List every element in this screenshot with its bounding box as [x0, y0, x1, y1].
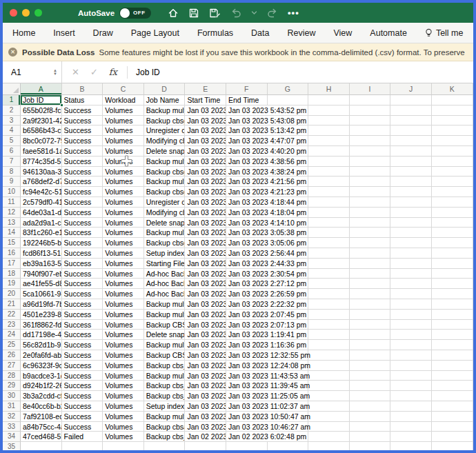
cell-H21[interactable]: [308, 299, 350, 310]
cell-I20[interactable]: [350, 289, 391, 299]
row-header-33[interactable]: 33: [3, 422, 21, 432]
row-header-11[interactable]: 11: [3, 197, 21, 208]
cell-F33[interactable]: Jan 03 2023 10:46:27 am: [226, 422, 268, 432]
row-header-15[interactable]: 15: [3, 238, 21, 248]
insert-function-icon[interactable]: fx: [109, 67, 117, 77]
cell-H14[interactable]: [308, 228, 350, 238]
column-header-K[interactable]: K: [432, 83, 473, 95]
cell-E25[interactable]: Jan 03 2023: [185, 340, 226, 350]
cell-H16[interactable]: [308, 248, 350, 259]
cell-A15[interactable]: 192246b5-ba: [21, 238, 62, 248]
cell-J34[interactable]: [390, 432, 432, 442]
cell-C25[interactable]: Volumes: [103, 340, 144, 350]
cell-B11[interactable]: Success: [62, 197, 103, 208]
cell-C29[interactable]: Volumes: [103, 381, 144, 391]
row-header-32[interactable]: 32: [3, 412, 21, 422]
cell-B16[interactable]: Success: [62, 248, 103, 259]
cell-F15[interactable]: Jan 03 2023 3:05:06 pm: [226, 238, 268, 248]
cell-A7[interactable]: 8774c35d-57: [21, 157, 62, 167]
column-header-G[interactable]: G: [268, 83, 309, 95]
cell-B19[interactable]: Success: [62, 279, 103, 289]
cell-H7[interactable]: [308, 157, 350, 167]
cell-F4[interactable]: Jan 03 2023 5:13:42 pm: [226, 125, 268, 136]
column-header-H[interactable]: H: [308, 83, 350, 95]
column-header-A[interactable]: A: [21, 83, 62, 95]
cell-F1[interactable]: End Time: [226, 95, 268, 105]
cell-A25[interactable]: 56c82d1b-93: [21, 340, 62, 350]
cell-A29[interactable]: d924b1f2-26: [21, 381, 62, 391]
cell-D1[interactable]: Job Name: [144, 95, 186, 105]
cell-C22[interactable]: Volumes: [103, 310, 144, 320]
cell-C33[interactable]: Volumes: [103, 422, 144, 432]
cell-H34[interactable]: [308, 432, 350, 442]
cell-J30[interactable]: [390, 391, 432, 401]
cell-F8[interactable]: Jan 03 2023 4:38:24 pm: [226, 167, 268, 177]
cell-A20[interactable]: 5ca10661-94: [21, 289, 62, 299]
cell-F23[interactable]: Jan 03 2023 2:07:13 pm: [226, 320, 268, 330]
cell-H35[interactable]: [308, 442, 350, 450]
cell-F20[interactable]: Jan 03 2023 2:26:59 pm: [226, 289, 268, 299]
cell-D26[interactable]: Backup CBS_: [144, 350, 186, 361]
cell-D15[interactable]: Backup cbsg: [144, 238, 186, 248]
cell-E24[interactable]: Jan 03 2023: [185, 330, 226, 340]
cell-D2[interactable]: Backup mult: [144, 105, 186, 116]
cell-K1[interactable]: [432, 95, 473, 105]
cell-H17[interactable]: [308, 259, 350, 269]
cell-J25[interactable]: [390, 340, 432, 350]
cell-F5[interactable]: Jan 03 2023 4:47:07 pm: [226, 136, 268, 146]
cell-A34[interactable]: 47ced468-55: [21, 432, 62, 442]
cell-B9[interactable]: Success: [62, 177, 103, 187]
cell-B10[interactable]: Success: [62, 187, 103, 197]
cell-E5[interactable]: Jan 03 2023: [185, 136, 226, 146]
cell-D4[interactable]: Unregister cl: [144, 125, 186, 136]
cell-E3[interactable]: Jan 03 2023: [185, 116, 226, 126]
cell-H32[interactable]: [308, 412, 350, 422]
cell-K3[interactable]: [432, 116, 473, 126]
row-header-20[interactable]: 20: [3, 289, 21, 299]
cell-C12[interactable]: Volumes: [103, 208, 144, 218]
cell-B35[interactable]: [62, 442, 103, 450]
row-header-35[interactable]: 35: [3, 442, 21, 450]
cell-K26[interactable]: [432, 350, 473, 361]
cell-B1[interactable]: Status: [62, 95, 103, 105]
cell-K19[interactable]: [432, 279, 473, 289]
cell-A9[interactable]: a768def2-d7: [21, 177, 62, 187]
cell-K13[interactable]: [432, 218, 473, 228]
cell-I14[interactable]: [350, 228, 391, 238]
column-header-I[interactable]: I: [350, 83, 391, 95]
cell-F25[interactable]: Jan 03 2023 1:16:36 pm: [226, 340, 268, 350]
cell-D28[interactable]: Backup mult: [144, 371, 186, 381]
cell-C4[interactable]: Volumes: [103, 125, 144, 136]
cell-K2[interactable]: [432, 105, 473, 116]
cell-E13[interactable]: Jan 03 2023: [185, 218, 226, 228]
cell-E27[interactable]: Jan 03 2023: [185, 361, 226, 371]
cell-B25[interactable]: Success: [62, 340, 103, 350]
cell-H10[interactable]: [308, 187, 350, 197]
cell-I34[interactable]: [350, 432, 391, 442]
cell-H12[interactable]: [308, 208, 350, 218]
tab-formulas[interactable]: Formulas: [197, 28, 233, 38]
cell-K22[interactable]: [432, 310, 473, 320]
cell-K32[interactable]: [432, 412, 473, 422]
cell-J22[interactable]: [390, 310, 432, 320]
row-header-13[interactable]: 13: [3, 218, 21, 228]
cell-K28[interactable]: [432, 371, 473, 381]
cell-E15[interactable]: Jan 03 2023: [185, 238, 226, 248]
row-header-4[interactable]: 4: [3, 125, 21, 136]
cell-F2[interactable]: Jan 03 2023 5:43:52 pm: [226, 105, 268, 116]
cancel-entry-icon[interactable]: ✕: [72, 67, 79, 77]
cell-K10[interactable]: [432, 187, 473, 197]
cell-A13[interactable]: ada2d9a1-c5: [21, 218, 62, 228]
cell-J19[interactable]: [390, 279, 432, 289]
cell-C26[interactable]: Volumes: [103, 350, 144, 361]
cell-E21[interactable]: Jan 03 2023: [185, 299, 226, 310]
select-all-corner[interactable]: [3, 83, 21, 95]
cell-F14[interactable]: Jan 03 2023 3:05:38 pm: [226, 228, 268, 238]
cell-J2[interactable]: [390, 105, 432, 116]
cell-C23[interactable]: Volumes: [103, 320, 144, 330]
row-header-17[interactable]: 17: [3, 259, 21, 269]
cell-K16[interactable]: [432, 248, 473, 259]
cell-J8[interactable]: [390, 167, 432, 177]
row-header-18[interactable]: 18: [3, 269, 21, 279]
name-box-stepper[interactable]: ▲▼: [53, 69, 57, 76]
